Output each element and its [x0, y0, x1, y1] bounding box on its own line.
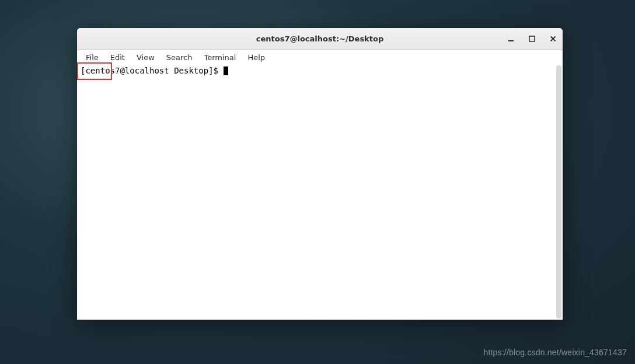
menu-view[interactable]: View — [131, 52, 160, 63]
minimize-button[interactable] — [505, 34, 516, 44]
terminal-window: centos7@localhost:~/Desktop File — [77, 28, 563, 320]
shell-prompt: [centos7@localhost Desktop]$ — [81, 66, 223, 75]
menubar: File Edit View Search Terminal Help — [77, 50, 563, 64]
menu-file[interactable]: File — [81, 52, 104, 63]
svg-rect-1 — [529, 36, 535, 41]
menu-terminal[interactable]: Terminal — [198, 52, 241, 63]
maximize-button[interactable] — [526, 34, 537, 44]
menu-search[interactable]: Search — [161, 52, 198, 63]
cursor — [224, 66, 228, 75]
svg-rect-0 — [508, 40, 514, 41]
menu-edit[interactable]: Edit — [105, 52, 130, 63]
window-controls — [505, 28, 558, 50]
prompt-line: [centos7@localhost Desktop]$ — [81, 65, 559, 76]
close-button[interactable] — [547, 34, 558, 44]
watermark: https://blog.csdn.net/weixin_43671437 — [483, 348, 627, 357]
scrollbar[interactable] — [556, 65, 561, 318]
window-title: centos7@localhost:~/Desktop — [77, 34, 563, 43]
terminal-content[interactable]: [centos7@localhost Desktop]$ — [77, 64, 563, 320]
titlebar[interactable]: centos7@localhost:~/Desktop — [77, 28, 563, 50]
menu-help[interactable]: Help — [242, 52, 270, 63]
